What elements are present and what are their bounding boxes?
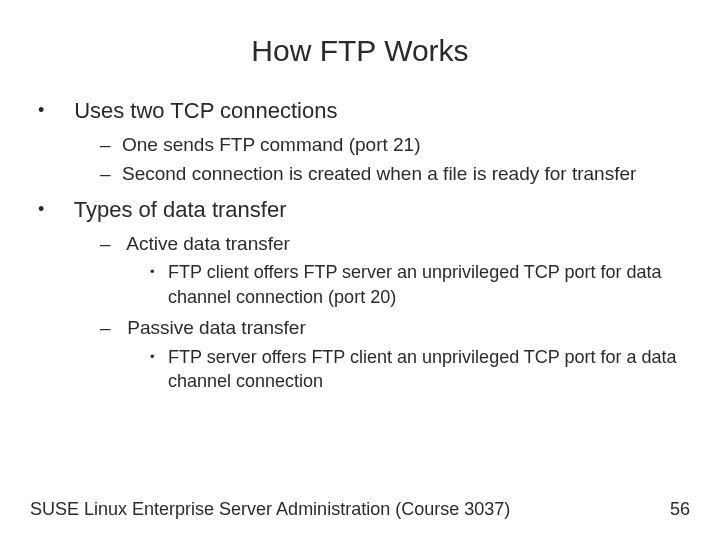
sublist: FTP server offers FTP client an unprivil… (122, 345, 690, 394)
slide-title: How FTP Works (30, 34, 690, 68)
bullet-text: Types of data transfer (74, 197, 287, 222)
bullet-text: FTP server offers FTP client an unprivil… (168, 347, 677, 391)
bullet-text: FTP client offers FTP server an unprivil… (168, 262, 662, 306)
bullet-text: Active data transfer (126, 233, 290, 254)
list-item: Passive data transfer FTP server offers … (100, 315, 690, 393)
bullet-text: Second connection is created when a file… (122, 163, 636, 184)
bullet-text: One sends FTP command (port 21) (122, 134, 421, 155)
list-item: Active data transfer FTP client offers F… (100, 231, 690, 309)
list-item: Uses two TCP connections One sends FTP c… (38, 96, 690, 187)
list-item: FTP server offers FTP client an unprivil… (150, 345, 690, 394)
bullet-text: Uses two TCP connections (74, 98, 337, 123)
list-item: One sends FTP command (port 21) (100, 132, 690, 158)
footer-page-number: 56 (670, 499, 690, 520)
list-item: FTP client offers FTP server an unprivil… (150, 260, 690, 309)
bullet-list: Uses two TCP connections One sends FTP c… (30, 96, 690, 393)
sublist: Active data transfer FTP client offers F… (68, 231, 690, 393)
footer-course: SUSE Linux Enterprise Server Administrat… (30, 499, 510, 520)
list-item: Types of data transfer Active data trans… (38, 195, 690, 393)
list-item: Second connection is created when a file… (100, 161, 690, 187)
sublist: FTP client offers FTP server an unprivil… (122, 260, 690, 309)
sublist: One sends FTP command (port 21) Second c… (68, 132, 690, 187)
slide-footer: SUSE Linux Enterprise Server Administrat… (30, 499, 690, 520)
bullet-text: Passive data transfer (127, 317, 305, 338)
